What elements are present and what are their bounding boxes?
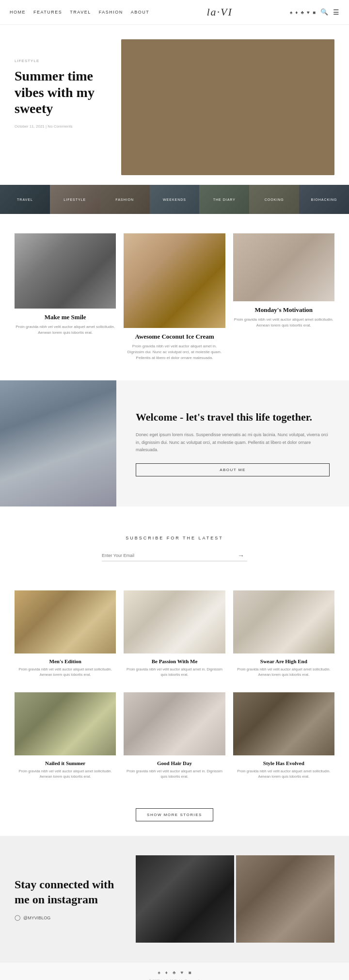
- nav-home[interactable]: HOME: [10, 10, 26, 15]
- more-post-4[interactable]: Nailed it Summer Proin gravida nibh vel …: [15, 692, 116, 780]
- more-post-text-6: Proin gravida nibh vel velit auctor aliq…: [233, 768, 334, 780]
- more-post-title-1: Men's Edition: [15, 658, 116, 664]
- category-cooking-label: COOKING: [249, 185, 299, 214]
- more-post-title-3: Swear Are High End: [233, 658, 334, 664]
- instagram-title: Stay connected with me on instagram: [15, 877, 121, 907]
- category-biohacking[interactable]: BIOHACKING: [299, 185, 349, 214]
- featured-post-2[interactable]: Awesome Coconut Ice Cream Proin gravida …: [124, 233, 225, 361]
- hero-section: LIFESTYLE Summer time vibes with my swee…: [0, 25, 349, 185]
- category-travel-label: TRAVEL: [0, 185, 50, 214]
- footer-social-icons: ♠ ♦ ♣ ♥ ■: [7, 970, 342, 975]
- welcome-content: Welcome - let's travel this life togethe…: [116, 380, 349, 506]
- post-title-2: Awesome Coconut Ice Cream: [124, 333, 225, 341]
- hero-meta: October 11, 2021 | No Comments: [15, 124, 111, 129]
- nav-fashion[interactable]: FASHION: [99, 10, 123, 15]
- category-travel[interactable]: TRAVEL: [0, 185, 50, 214]
- more-post-text-4: Proin gravida nibh vel velit auctor aliq…: [15, 768, 116, 780]
- subscribe-title: SUBSCRIBE FOR THE LATEST: [15, 536, 334, 540]
- category-diary-label: THE DIARY: [199, 185, 249, 214]
- post-title-3: Monday's Motivation: [233, 306, 334, 314]
- more-post-6[interactable]: Style Has Evolved Proin gravida nibh vel…: [233, 692, 334, 780]
- hero-date: October 11, 2021: [15, 124, 45, 129]
- hero-text: LIFESTYLE Summer time vibes with my swee…: [15, 39, 111, 129]
- hero-comments: No Comments: [48, 124, 72, 129]
- show-more-section: SHOW MORE STORIES: [0, 803, 349, 836]
- footer-pinterest-icon[interactable]: ♦: [165, 970, 168, 975]
- twitter-icon[interactable]: ♥: [307, 10, 310, 15]
- instagram-username: @MYVIBLOG: [23, 915, 50, 920]
- subscribe-section: SUBSCRIBE FOR THE LATEST →: [0, 516, 349, 581]
- featured-posts-grid: Make me Smile Proin gravida nibh vel vel…: [0, 214, 349, 371]
- category-fashion-label: FASHION: [100, 185, 150, 214]
- instagram-icon[interactable]: ♠: [290, 10, 292, 15]
- category-lifestyle[interactable]: LIFESTYLE: [50, 185, 100, 214]
- more-posts-row-1: Men's Edition Proin gravida nibh vel vel…: [15, 590, 334, 678]
- nav-travel[interactable]: TRAVEL: [70, 10, 91, 15]
- more-post-title-2: Be Passion With Me: [124, 658, 225, 664]
- footer-facebook-icon[interactable]: ♣: [173, 970, 176, 975]
- footer-instagram-icon[interactable]: ♠: [158, 970, 160, 975]
- instagram-image-2[interactable]: [236, 855, 334, 943]
- hero-category: LIFESTYLE: [15, 59, 111, 63]
- hero-image: [121, 39, 334, 175]
- category-diary[interactable]: THE DIARY: [199, 185, 249, 214]
- welcome-section: Welcome - let's travel this life togethe…: [0, 380, 349, 506]
- more-post-title-5: Good Hair Day: [124, 760, 225, 766]
- nav-features[interactable]: FEATURES: [33, 10, 62, 15]
- post-title-1: Make me Smile: [15, 313, 116, 321]
- category-biohacking-label: BIOHACKING: [299, 185, 349, 214]
- instagram-text: Stay connected with me on instagram ◯ @M…: [15, 877, 121, 921]
- more-post-text-5: Proin gravida nibh vel velit auctor aliq…: [124, 768, 225, 780]
- instagram-icon: ◯: [15, 915, 20, 921]
- featured-post-3[interactable]: Monday's Motivation Proin gravida nibh v…: [233, 233, 334, 328]
- footer-twitter-icon[interactable]: ♥: [181, 970, 184, 975]
- pinterest-icon[interactable]: ♦: [295, 10, 298, 15]
- footer-rss-icon[interactable]: ■: [188, 970, 191, 975]
- site-logo[interactable]: la·VI: [206, 6, 232, 18]
- more-posts-grid: Men's Edition Proin gravida nibh vel vel…: [0, 581, 349, 803]
- instagram-images: [136, 855, 334, 943]
- post-text-3: Proin gravida nibh vel velit auctor aliq…: [233, 317, 334, 328]
- instagram-section: Stay connected with me on instagram ◯ @M…: [0, 836, 349, 962]
- category-weekends[interactable]: WEEKENDS: [150, 185, 200, 214]
- subscribe-form: →: [102, 550, 247, 561]
- welcome-text: Donec eget ipsum lorem risus. Suspendiss…: [136, 431, 330, 454]
- post-text-2: Proin gravida nibh vel velit auctor aliq…: [124, 343, 225, 361]
- category-fashion[interactable]: FASHION: [100, 185, 150, 214]
- social-icons: ♠ ♦ ♣ ♥ ■: [290, 10, 316, 15]
- email-input[interactable]: [102, 550, 235, 561]
- hero-title: Summer time vibes with my sweety: [15, 68, 111, 117]
- post-text-1: Proin gravida nibh vel velit auctor aliq…: [15, 324, 116, 336]
- more-posts-row-2: Nailed it Summer Proin gravida nibh vel …: [15, 692, 334, 780]
- category-strip: TRAVEL LIFESTYLE FASHION WEEKENDS THE DI…: [0, 185, 349, 214]
- more-post-3[interactable]: Swear Are High End Proin gravida nibh ve…: [233, 590, 334, 678]
- more-post-text-2: Proin gravida nibh vel velit auctor aliq…: [124, 667, 225, 678]
- instagram-image-1[interactable]: [136, 855, 234, 943]
- welcome-image: [0, 380, 116, 506]
- nav-right-group: ♠ ♦ ♣ ♥ ■ 🔍 ☰: [290, 8, 339, 16]
- instagram-handle[interactable]: ◯ @MYVIBLOG: [15, 915, 121, 921]
- category-lifestyle-label: LIFESTYLE: [50, 185, 100, 214]
- more-post-5[interactable]: Good Hair Day Proin gravida nibh vel vel…: [124, 692, 225, 780]
- navigation: HOME FEATURES TRAVEL FASHION ABOUT la·VI…: [0, 0, 349, 25]
- facebook-icon[interactable]: ♣: [301, 10, 304, 15]
- more-post-title-4: Nailed it Summer: [15, 760, 116, 766]
- nav-links: HOME FEATURES TRAVEL FASHION ABOUT: [10, 10, 149, 15]
- rss-icon[interactable]: ■: [313, 10, 316, 15]
- subscribe-button[interactable]: →: [235, 552, 247, 559]
- nav-about[interactable]: ABOUT: [131, 10, 150, 15]
- footer: ♠ ♦ ♣ ♥ ■ © 2023 la-VI. All Rights Reser…: [0, 962, 349, 980]
- more-post-2[interactable]: Be Passion With Me Proin gravida nibh ve…: [124, 590, 225, 678]
- more-post-text-3: Proin gravida nibh vel velit auctor aliq…: [233, 667, 334, 678]
- more-post-1[interactable]: Men's Edition Proin gravida nibh vel vel…: [15, 590, 116, 678]
- category-weekends-label: WEEKENDS: [150, 185, 200, 214]
- more-post-text-1: Proin gravida nibh vel velit auctor aliq…: [15, 667, 116, 678]
- welcome-title: Welcome - let's travel this life togethe…: [136, 410, 330, 425]
- more-post-title-6: Style Has Evolved: [233, 760, 334, 766]
- about-me-button[interactable]: ABOUT ME: [136, 463, 330, 476]
- category-cooking[interactable]: COOKING: [249, 185, 299, 214]
- featured-post-1[interactable]: Make me Smile Proin gravida nibh vel vel…: [15, 233, 116, 336]
- search-icon[interactable]: 🔍: [320, 8, 328, 16]
- menu-icon[interactable]: ☰: [333, 8, 339, 16]
- show-more-button[interactable]: SHOW MORE STORIES: [136, 808, 213, 821]
